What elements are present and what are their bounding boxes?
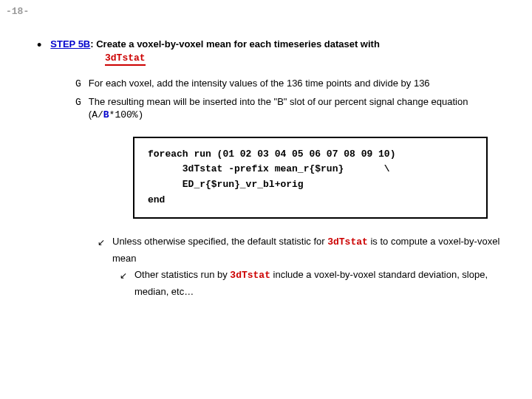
bullet-icon: • bbox=[37, 40, 41, 50]
arrow-icon: ↙ bbox=[120, 268, 127, 283]
program-name: 3dTstat bbox=[105, 52, 146, 66]
sub-point-text: The resulting mean will be inserted into… bbox=[89, 95, 517, 122]
code-line: end bbox=[148, 194, 165, 205]
sub-point: G The resulting mean will be inserted in… bbox=[75, 95, 517, 122]
code-line: foreach run (01 02 03 04 05 06 07 08 09 … bbox=[148, 149, 395, 160]
note-sub-list: ↙ Other statistics run by 3dTstat includ… bbox=[120, 267, 517, 300]
code-line: 3dTstat -prefix mean_r{$run} \ bbox=[148, 163, 390, 174]
step-heading: • STEP 5B: Create a voxel-by-voxel mean … bbox=[37, 38, 517, 50]
sub-point-part: The resulting mean will be inserted into… bbox=[89, 96, 468, 120]
step-program-line: 3dTstat bbox=[105, 52, 517, 64]
sub-bullet-icon: G bbox=[75, 78, 81, 91]
step-heading-text: STEP 5B: Create a voxel-by-voxel mean fo… bbox=[50, 38, 380, 50]
equation-slash: / bbox=[98, 109, 103, 120]
arrow-icon: ↙ bbox=[98, 235, 105, 250]
note-part: Unless otherwise specified, the default … bbox=[112, 236, 327, 247]
sub-point-list: G For each voxel, add the intensity valu… bbox=[75, 77, 517, 122]
sub-point-text: For each voxel, add the intensity values… bbox=[89, 77, 430, 90]
program-name-inline: 3dTstat bbox=[327, 236, 368, 248]
page-number: -18- bbox=[6, 6, 29, 17]
note-item: ↙ Unless otherwise specified, the defaul… bbox=[98, 233, 517, 267]
sub-bullet-icon: G bbox=[75, 96, 81, 109]
note-sub-text: Other statistics run by 3dTstat include … bbox=[134, 267, 517, 300]
note-text: Unless otherwise specified, the default … bbox=[112, 233, 517, 267]
code-line: ED_r{$run}_vr_bl+orig bbox=[148, 179, 304, 190]
step-label: STEP 5B bbox=[50, 38, 90, 50]
note-part: Other statistics run by bbox=[134, 269, 230, 280]
slide-content: • STEP 5B: Create a voxel-by-voxel mean … bbox=[0, 0, 532, 300]
program-name-inline: 3dTstat bbox=[230, 270, 270, 281]
note-sub-item: ↙ Other statistics run by 3dTstat includ… bbox=[120, 267, 517, 300]
step-title: : Create a voxel-by-voxel mean for each … bbox=[90, 38, 380, 50]
equation-A: A bbox=[92, 109, 98, 120]
sub-point: G For each voxel, add the intensity valu… bbox=[75, 77, 517, 91]
equation-rest: *100%) bbox=[109, 109, 144, 120]
code-block: foreach run (01 02 03 04 05 06 07 08 09 … bbox=[133, 137, 488, 219]
equation-B: B bbox=[103, 109, 109, 120]
note-list: ↙ Unless otherwise specified, the defaul… bbox=[98, 233, 517, 267]
